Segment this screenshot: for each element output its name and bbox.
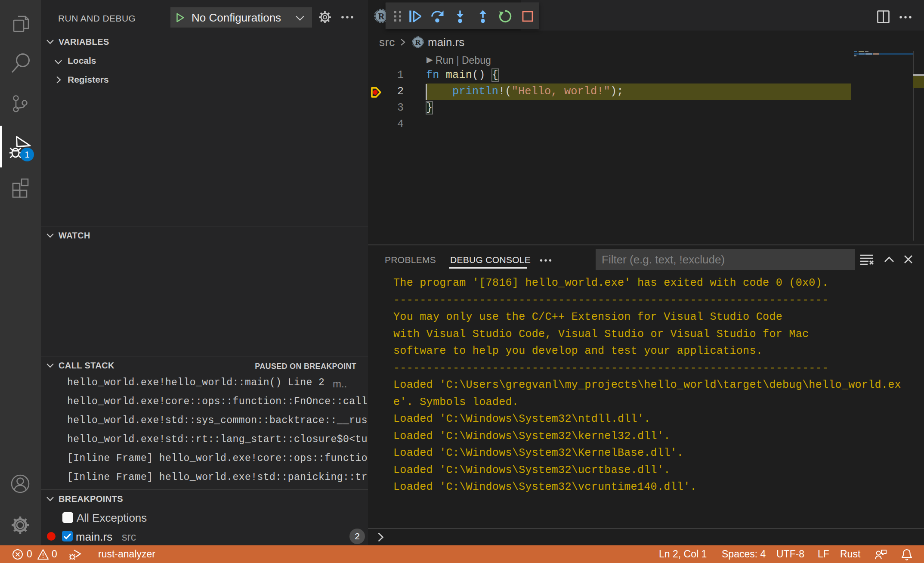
svg-text:R: R: [378, 11, 385, 22]
svg-text:R: R: [415, 38, 421, 46]
